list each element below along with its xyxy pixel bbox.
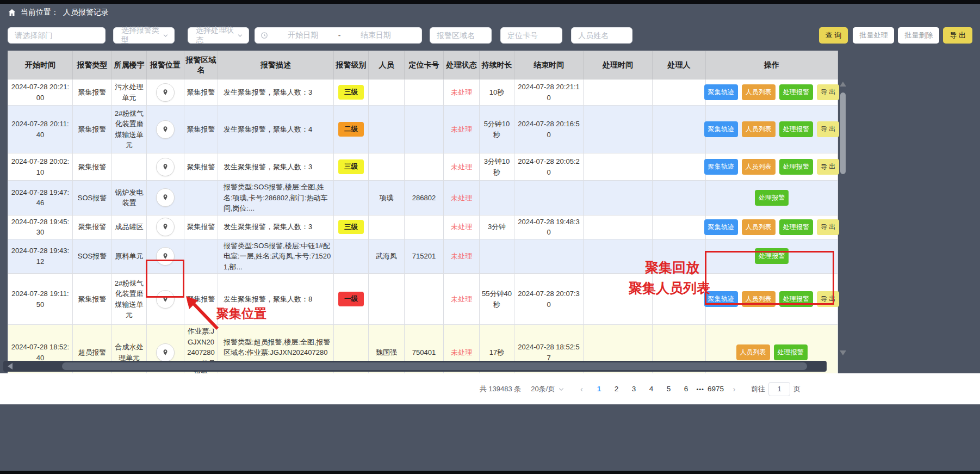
cell-alarm-level: 三级 xyxy=(334,215,369,239)
department-field[interactable] xyxy=(8,27,106,44)
handle-action-button[interactable]: 处理报警 xyxy=(779,291,813,307)
cell-alarm-area: 聚集报警 xyxy=(184,153,218,181)
cell-end-time: 2024-07-28 20:05:20 xyxy=(514,153,584,181)
page-ellipsis[interactable]: ••• xyxy=(696,386,704,392)
breadcrumb-label: 当前位置： xyxy=(21,8,59,17)
cell-building xyxy=(112,153,147,181)
handle-action-button[interactable]: 处理报警 xyxy=(779,219,813,235)
page-number-button[interactable]: 1 xyxy=(592,382,606,396)
track-action-button[interactable]: 聚集轨迹 xyxy=(704,84,738,100)
clock-icon xyxy=(260,32,268,39)
cell-person: 武海凤 xyxy=(369,239,405,274)
cell-processor xyxy=(653,215,706,239)
export-button[interactable]: 导 出 xyxy=(943,27,972,44)
scroll-down-icon[interactable] xyxy=(840,350,846,355)
cell-start-time: 2024-07-28 19:43:12 xyxy=(8,239,73,274)
department-input[interactable] xyxy=(8,28,105,43)
window-top-strip xyxy=(0,0,980,4)
cell-duration xyxy=(480,239,514,274)
handle-action-button[interactable]: 处理报警 xyxy=(755,190,789,206)
cell-card-number xyxy=(405,274,444,325)
personnel-action-button[interactable]: 人员列表 xyxy=(742,84,776,100)
export-action-button[interactable]: 导 出 xyxy=(817,219,839,235)
query-button[interactable]: 查 询 xyxy=(819,27,848,44)
person-name-input[interactable] xyxy=(572,28,632,43)
column-header: 持续时长 xyxy=(480,51,514,79)
track-action-button[interactable]: 聚集轨迹 xyxy=(704,159,738,175)
batch-delete-button[interactable]: 批量删除 xyxy=(898,27,939,44)
location-pin-button[interactable] xyxy=(156,188,175,207)
location-pin-button[interactable] xyxy=(156,343,175,362)
export-action-button[interactable]: 导 出 xyxy=(817,84,839,100)
export-action-button[interactable]: 导 出 xyxy=(817,291,839,307)
column-header: 报警描述 xyxy=(218,51,334,79)
track-action-button[interactable]: 聚集轨迹 xyxy=(704,121,738,137)
last-page-button[interactable]: 6975 xyxy=(708,382,724,396)
export-action-button[interactable]: 导 出 xyxy=(817,159,839,175)
alarm-type-select[interactable]: 选择报警类型 xyxy=(113,27,175,44)
cell-alarm-area xyxy=(184,181,218,216)
location-pin-button[interactable] xyxy=(156,120,175,139)
page-number-button[interactable]: 4 xyxy=(644,382,658,396)
cell-start-time: 2024-07-28 20:02:10 xyxy=(8,153,73,181)
scroll-up-icon[interactable] xyxy=(840,82,846,87)
card-number-input[interactable] xyxy=(501,28,562,43)
page-size-select[interactable]: 20条/页 xyxy=(531,384,565,394)
cell-alarm-level: 一级 xyxy=(334,274,369,325)
track-action-button[interactable]: 聚集轨迹 xyxy=(704,291,738,307)
chevron-down-icon xyxy=(237,32,243,39)
page-number-button[interactable]: 5 xyxy=(661,382,675,396)
handle-action-button[interactable]: 处理报警 xyxy=(774,344,808,360)
next-page-button[interactable]: › xyxy=(727,382,741,396)
breadcrumb: 当前位置： 人员报警记录 xyxy=(8,8,109,17)
handle-action-button[interactable]: 处理报警 xyxy=(779,159,813,175)
date-range-picker[interactable]: 开始日期 - 结束日期 xyxy=(255,27,422,44)
cell-process-time xyxy=(584,106,653,153)
export-action-button[interactable]: 导 出 xyxy=(817,121,839,137)
location-pin-icon xyxy=(162,296,169,303)
track-action-button[interactable]: 聚集轨迹 xyxy=(704,219,738,235)
start-date-placeholder[interactable]: 开始日期 xyxy=(288,30,318,40)
horizontal-scrollbar[interactable] xyxy=(3,361,827,372)
handle-action-button[interactable]: 处理报警 xyxy=(755,248,789,264)
prev-page-button[interactable]: ‹ xyxy=(574,382,588,396)
location-pin-button[interactable] xyxy=(156,218,175,236)
location-pin-button[interactable] xyxy=(156,290,175,309)
cell-end-time: 2024-07-28 20:16:50 xyxy=(514,106,584,153)
alarm-table: 开始时间报警类型所属楼宇报警位置报警区域名报警描述报警级别人员定位卡号处理状态持… xyxy=(8,51,838,381)
page-number-button[interactable]: 6 xyxy=(679,382,693,396)
alarm-area-field[interactable] xyxy=(430,27,492,44)
personnel-action-button[interactable]: 人员列表 xyxy=(742,121,776,137)
cell-actions: 处理报警 xyxy=(706,181,838,216)
handle-action-button[interactable]: 处理报警 xyxy=(779,84,813,100)
cell-alarm-type: 聚集报警 xyxy=(73,79,112,106)
scroll-left-icon[interactable] xyxy=(8,363,13,370)
page-number-button[interactable]: 2 xyxy=(609,382,623,396)
cell-processor xyxy=(653,239,706,274)
card-number-field[interactable] xyxy=(500,27,562,44)
cell-duration: 3分钟 xyxy=(480,215,514,239)
personnel-action-button[interactable]: 人员列表 xyxy=(742,219,776,235)
cell-building: 2#粉煤气化装置磨煤输送单元 xyxy=(112,106,147,153)
location-pin-button[interactable] xyxy=(156,158,175,176)
cell-start-time: 2024-07-28 19:47:46 xyxy=(8,181,73,216)
cell-person: 魏国强 xyxy=(369,325,405,381)
cell-alarm-type: 聚集报警 xyxy=(73,274,112,325)
vertical-scrollbar-thumb[interactable] xyxy=(840,93,846,174)
location-pin-button[interactable] xyxy=(156,83,175,102)
location-pin-icon xyxy=(162,89,169,96)
personnel-action-button[interactable]: 人员列表 xyxy=(736,344,770,360)
personnel-action-button[interactable]: 人员列表 xyxy=(742,159,776,175)
handle-action-button[interactable]: 处理报警 xyxy=(779,121,813,137)
location-pin-button[interactable] xyxy=(156,247,175,266)
vertical-scrollbar[interactable] xyxy=(839,79,847,358)
end-date-placeholder[interactable]: 结束日期 xyxy=(361,30,391,40)
handle-status-select[interactable]: 选择处理状态 xyxy=(188,27,249,44)
alarm-area-input[interactable] xyxy=(430,28,491,43)
person-name-field[interactable] xyxy=(571,27,632,44)
page-number-button[interactable]: 3 xyxy=(627,382,641,396)
goto-page-input[interactable] xyxy=(768,382,790,396)
batch-process-button[interactable]: 批量处理 xyxy=(853,27,894,44)
personnel-action-button[interactable]: 人员列表 xyxy=(742,291,776,307)
horizontal-scrollbar-thumb[interactable] xyxy=(62,362,807,370)
